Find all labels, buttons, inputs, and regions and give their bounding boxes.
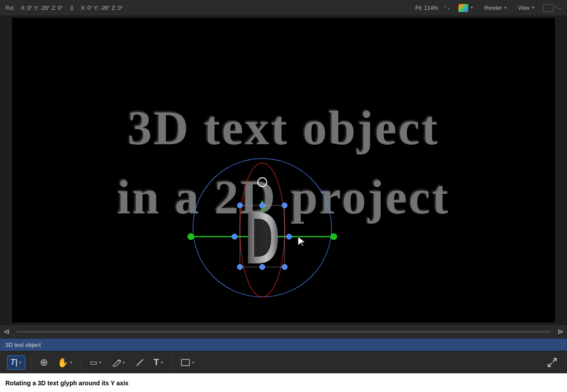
divider-2 [81, 357, 82, 368]
top-bar-right: Fit: 114% ⌃⌄ ▼ Render ▼ View ▼ ⌃⌄ [415, 3, 562, 13]
expand-button[interactable] [545, 355, 560, 370]
svg-point-14 [260, 264, 265, 270]
shape-tool-arrow[interactable]: ▼ [98, 360, 102, 365]
divider-3 [172, 357, 172, 368]
text-tool2-button[interactable]: T ▼ [151, 355, 167, 370]
clip-label: 3D text object [5, 342, 41, 348]
delta-xyz: X: 0° Y: -26° Z: 0° [81, 5, 123, 11]
fit-chevron[interactable]: ⌃⌄ [443, 5, 450, 10]
top-bar: Rot X: 0° Y: -26° Z: 0° Δ X: 0° Y: -26° … [0, 0, 567, 16]
timeline-right-marker: ⊳ [558, 327, 563, 336]
svg-point-3 [188, 234, 194, 240]
render-dropdown-arrow: ▼ [504, 6, 507, 10]
text-tool2-icon: T [154, 357, 159, 367]
text-tool-button[interactable]: T| ▼ [7, 355, 25, 370]
pen-tool-arrow[interactable]: ▼ [122, 360, 126, 365]
divider-1 [31, 357, 31, 368]
text-tool-arrow[interactable]: ▼ [18, 360, 22, 365]
canvas-text-line2: in a 2D project [12, 170, 555, 225]
render-button[interactable]: Render ▼ [482, 4, 510, 12]
svg-line-21 [553, 359, 556, 362]
svg-line-22 [548, 363, 552, 367]
svg-point-13 [237, 264, 243, 270]
mask-tool-arrow[interactable]: ▼ [191, 360, 195, 365]
hand-tool-arrow[interactable]: ▼ [69, 360, 73, 365]
color-swatch-button[interactable]: ▼ [456, 3, 476, 13]
timeline-bar: ⊲ ⊳ [0, 324, 567, 338]
hand-tool-button[interactable]: ✋ ▼ [55, 355, 76, 370]
view-toggle-box[interactable] [543, 4, 554, 12]
canvas-text-line1: 3D text object [12, 100, 555, 156]
timeline-left-marker: ⊲ [4, 327, 9, 336]
pen-tool-button[interactable]: ▼ [109, 355, 129, 370]
timeline-track[interactable] [17, 331, 550, 333]
bottom-toolbar: T| ▼ ⊕ ✋ ▼ ▭ ▼ [0, 351, 567, 373]
rot-label: Rot [5, 5, 14, 11]
svg-marker-17 [298, 237, 305, 246]
svg-point-11 [232, 234, 237, 239]
hand-icon: ✋ [57, 357, 68, 368]
mask-icon [181, 359, 190, 367]
delta-label: Δ [70, 5, 74, 11]
text-tool-icon: T| [10, 358, 17, 367]
view-button[interactable]: View ▼ [515, 4, 538, 12]
clip-label-bar: 3D text object [0, 338, 567, 351]
expand-icon [547, 358, 557, 367]
view-dropdown-arrow: ▼ [531, 6, 535, 10]
shape-icon: ▭ [90, 358, 97, 367]
svg-point-18 [118, 360, 120, 362]
caption-text: Rotating a 3D text glyph around its Y ax… [5, 379, 129, 387]
transform-tool-button[interactable]: ⊕ [37, 355, 51, 370]
canvas-inner[interactable]: 3D text object in a 2D project [12, 18, 555, 322]
top-bar-left: Rot X: 0° Y: -26° Z: 0° Δ X: 0° Y: -26° … [5, 5, 123, 11]
cursor [297, 236, 306, 247]
transform-icon: ⊕ [40, 357, 48, 368]
color-swatch [458, 4, 468, 12]
svg-point-12 [286, 234, 292, 239]
toolbar-left-group: T| ▼ ⊕ ✋ ▼ ▭ ▼ [7, 355, 198, 370]
caption: Rotating a 3D text glyph around its Y ax… [0, 373, 567, 392]
view-toggle-arrows[interactable]: ⌃⌄ [554, 5, 562, 10]
color-dropdown-arrow: ▼ [470, 6, 474, 10]
text-tool2-arrow[interactable]: ▼ [160, 360, 164, 365]
svg-rect-20 [181, 359, 189, 366]
fit-label: Fit: 114% [415, 5, 438, 11]
view-toggle-group[interactable]: ⌃⌄ [543, 4, 562, 12]
canvas-wrapper: 3D text object in a 2D project [0, 16, 567, 324]
pencil-tool-button[interactable] [132, 355, 147, 370]
rot-xyz: X: 0° Y: -26° Z: 0° [21, 5, 63, 11]
svg-point-15 [282, 264, 287, 270]
svg-line-19 [137, 359, 143, 366]
pen-icon [111, 358, 121, 367]
pencil-icon [135, 358, 145, 367]
svg-point-4 [331, 234, 337, 240]
gizmo-svg [182, 143, 343, 313]
shape-tool-button[interactable]: ▭ ▼ [87, 355, 105, 370]
mask-tool-button[interactable]: ▼ [178, 355, 198, 370]
